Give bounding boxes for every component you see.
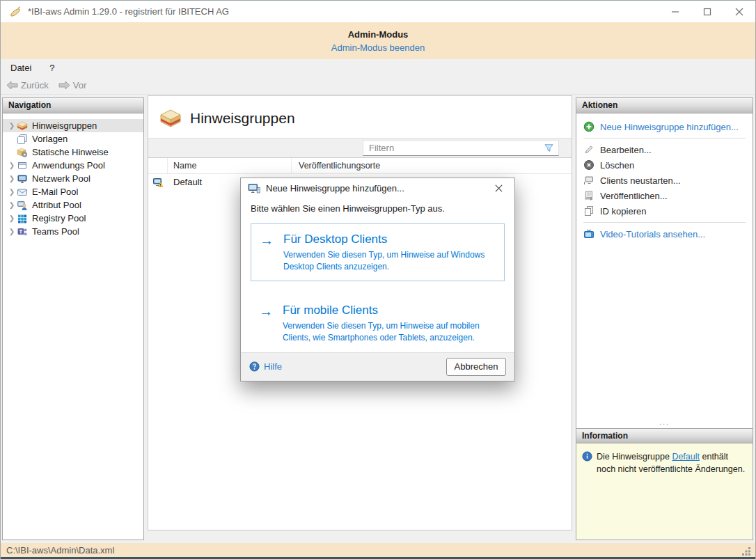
information-header: Information: [576, 428, 753, 443]
nav-item-netzwerk-pool[interactable]: ❯ Netzwerk Pool: [3, 172, 143, 185]
option-title: Für Desktop Clients: [283, 233, 497, 246]
nav-item-email-pool[interactable]: ❯ E-Mail Pool: [3, 185, 143, 198]
dialog-title: Neue Hinweisgruppe hinzufügen...: [266, 183, 489, 194]
chevron-right-icon[interactable]: ❯: [7, 228, 17, 235]
back-label: Zurück: [21, 80, 49, 90]
resize-grip[interactable]: [742, 546, 751, 556]
minimize-button[interactable]: [659, 1, 691, 22]
table-header: Name Veröffentlichungsorte: [148, 158, 572, 174]
nav-item-registry-pool[interactable]: ❯ Registry Pool: [3, 212, 143, 225]
help-link[interactable]: Hilfe: [249, 361, 446, 372]
dialog-close-button[interactable]: [489, 180, 507, 197]
action-clients-neustarten[interactable]: Clients neustarten...: [576, 173, 753, 188]
dialog-monitor-icon: [248, 183, 260, 194]
toolbar: Zurück Vor: [1, 76, 755, 95]
nav-label: Attribut Pool: [32, 200, 81, 210]
maximize-button[interactable]: [691, 1, 723, 22]
navigation-list: ❯ Hinweisgruppen Vorlagen Statische Hinw…: [3, 113, 143, 238]
vorlagen-icon: [17, 134, 28, 145]
filter-band: [148, 138, 572, 158]
window-title: *IBI-aws Admin 1.29.0 - registriert für …: [28, 6, 659, 17]
information-body: Die Hinweisgruppe Default enthält noch n…: [576, 443, 753, 540]
restart-clients-icon: [583, 175, 594, 186]
actions-list: Neue Hinweisgruppe hinzufügen... Bearbei…: [576, 113, 753, 242]
add-icon: [583, 121, 594, 132]
back-button[interactable]: Zurück: [6, 80, 49, 90]
app-logo-icon: [9, 6, 22, 18]
forward-label: Vor: [73, 80, 87, 90]
email-pool-icon: [17, 187, 28, 198]
option-description: Verwenden Sie diesen Typ, um Hinweise au…: [283, 249, 497, 273]
default-group-link[interactable]: Default: [672, 452, 700, 462]
navigation-header: Navigation: [3, 98, 143, 113]
chevron-right-icon[interactable]: ❯: [7, 162, 17, 169]
window-controls: [659, 1, 755, 22]
information-text: Die Hinweisgruppe Default enthält noch n…: [597, 450, 747, 540]
forward-button[interactable]: Vor: [58, 80, 87, 90]
back-arrow-icon: [6, 81, 18, 90]
menu-help[interactable]: ?: [49, 63, 54, 73]
action-veroeffentlichen[interactable]: Veröffentlichen...: [576, 188, 753, 203]
actions-header: Aktionen: [576, 98, 753, 113]
chevron-right-icon[interactable]: ❯: [7, 175, 17, 182]
dialog-footer: Hilfe Abbrechen: [241, 352, 514, 381]
netzwerk-pool-icon: [17, 173, 28, 184]
action-add-hinweisgruppe[interactable]: Neue Hinweisgruppe hinzufügen...: [576, 119, 753, 134]
content-header: Hinweisgruppen: [148, 96, 572, 138]
chevron-right-icon[interactable]: ❯: [7, 214, 17, 222]
panel-splitter-handle[interactable]: ...: [576, 418, 753, 428]
chevron-right-icon[interactable]: ❯: [7, 201, 17, 209]
nav-label: Teams Pool: [32, 226, 79, 237]
action-video-tutorials[interactable]: Video-Tutorials ansehen...: [576, 226, 753, 242]
chevron-right-icon[interactable]: ❯: [7, 122, 17, 129]
admin-mode-exit-link[interactable]: Admin-Modus beenden: [331, 42, 425, 53]
navigation-panel: Navigation ❯ Hinweisgruppen Vorlagen Sta…: [2, 97, 144, 540]
action-bearbeiten[interactable]: Bearbeiten...: [576, 142, 753, 157]
dialog-body: Bitte wählen Sie einen Hinweisgruppen-Ty…: [241, 199, 514, 352]
nav-item-attribut-pool[interactable]: ❯ Attribut Pool: [3, 198, 143, 212]
publish-icon: [583, 190, 594, 201]
filter-input[interactable]: [363, 143, 544, 153]
nav-label: Vorlagen: [32, 134, 68, 144]
nav-label: Netzwerk Pool: [32, 173, 90, 184]
actions-panel: Aktionen Neue Hinweisgruppe hinzufügen..…: [576, 97, 753, 540]
nav-item-hinweisgruppen[interactable]: ❯ Hinweisgruppen: [3, 119, 143, 132]
action-loeschen[interactable]: Löschen: [576, 157, 753, 173]
copy-icon: [583, 205, 594, 216]
nav-item-anwendungs-pool[interactable]: ❯ Anwendungs Pool: [3, 159, 143, 172]
column-name[interactable]: Name: [168, 158, 292, 173]
teams-pool-icon: [17, 226, 28, 237]
option-title: Für mobile Clients: [283, 304, 498, 317]
hinweisgruppen-icon: [17, 120, 28, 132]
titlebar: *IBI-aws Admin 1.29.0 - registriert für …: [1, 0, 755, 22]
anwendungs-pool-icon: [17, 160, 28, 171]
option-description: Verwenden Sie diesen Typ, um Hinweise au…: [283, 320, 498, 344]
nav-item-teams-pool[interactable]: ❯ Teams Pool: [3, 225, 143, 238]
dialog-prompt: Bitte wählen Sie einen Hinweisgruppen-Ty…: [251, 203, 505, 214]
option-mobile-clients[interactable]: → Für mobile Clients Verwenden Sie diese…: [251, 295, 505, 352]
menu-datei[interactable]: Datei: [10, 63, 31, 73]
app-window: *IBI-aws Admin 1.29.0 - registriert für …: [0, 0, 756, 559]
column-icon: [148, 158, 168, 173]
help-label: Hilfe: [264, 361, 282, 372]
column-locations[interactable]: Veröffentlichungsorte: [292, 158, 572, 173]
nav-label: E-Mail Pool: [32, 187, 78, 197]
nav-label: Hinweisgruppen: [32, 120, 97, 131]
action-id-kopieren[interactable]: ID kopieren: [576, 203, 753, 219]
nav-item-vorlagen[interactable]: Vorlagen: [3, 132, 143, 145]
video-tv-icon: [583, 228, 594, 239]
nav-item-statische-hinweise[interactable]: Statische Hinweise: [3, 145, 143, 159]
filter-funnel-icon[interactable]: [544, 143, 554, 153]
dialog-titlebar: Neue Hinweisgruppe hinzufügen...: [241, 178, 514, 199]
hinweisgruppe-row-icon: [152, 177, 164, 188]
nav-label: Registry Pool: [32, 213, 86, 223]
help-icon: [249, 361, 260, 372]
option-desktop-clients[interactable]: → Für Desktop Clients Verwenden Sie dies…: [251, 223, 505, 282]
page-title: Hinweisgruppen: [190, 110, 295, 127]
close-button[interactable]: [723, 1, 755, 22]
admin-mode-title: Admin-Modus: [348, 29, 409, 40]
arrow-right-icon: →: [259, 304, 283, 344]
chevron-right-icon[interactable]: ❯: [7, 188, 17, 196]
cancel-button[interactable]: Abbrechen: [446, 358, 506, 376]
nav-label: Statische Hinweise: [32, 147, 109, 157]
